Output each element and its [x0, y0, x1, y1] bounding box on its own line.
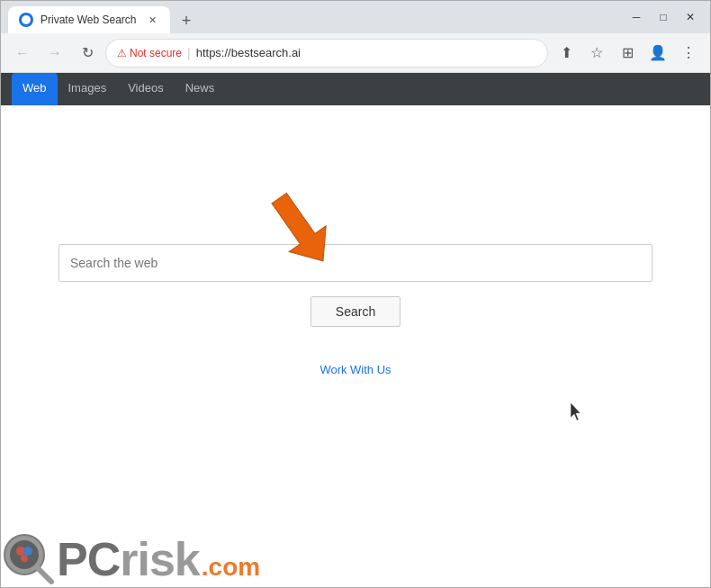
svg-point-4 — [16, 547, 25, 556]
minimize-button[interactable]: ─ — [624, 5, 649, 30]
minimize-icon: ─ — [633, 11, 641, 23]
pcrisk-logo — [1, 531, 57, 587]
active-tab[interactable]: Private Web Search ✕ — [8, 6, 170, 33]
work-with-us-link[interactable]: Work With Us — [320, 363, 391, 376]
menu-button[interactable]: ⋮ — [674, 39, 703, 68]
reload-button[interactable]: ↻ — [73, 39, 102, 68]
tab-area: Private Web Search ✕ + — [8, 1, 620, 33]
svg-point-3 — [10, 540, 39, 569]
not-secure-label: Not secure — [130, 47, 182, 59]
search-tabs-bar: Web Images Videos News — [1, 73, 710, 105]
close-icon: ✕ — [686, 11, 695, 23]
address-url: https://bestsearch.ai — [196, 46, 301, 59]
share-icon: ⬆ — [561, 44, 572, 61]
new-tab-icon: + — [182, 12, 192, 31]
nav-right-icons: ⬆ ☆ ⊞ 👤 ⋮ — [552, 39, 703, 68]
svg-marker-1 — [571, 403, 580, 421]
pcrisk-watermark: PC risk .com — [1, 531, 260, 587]
title-bar: Private Web Search ✕ + ─ □ ✕ — [1, 1, 710, 33]
svg-line-7 — [39, 569, 51, 582]
svg-point-6 — [21, 555, 28, 562]
forward-icon: → — [48, 45, 62, 61]
tab-favicon — [19, 13, 33, 27]
puzzle-icon: ⊞ — [622, 44, 634, 61]
warning-icon: ⚠ — [117, 47, 127, 59]
forward-button[interactable]: → — [40, 39, 69, 68]
tab-news[interactable]: News — [175, 73, 226, 105]
tab-videos[interactable]: Videos — [117, 73, 175, 105]
tab-close-button[interactable]: ✕ — [145, 13, 159, 27]
back-button[interactable]: ← — [8, 39, 37, 68]
pcrisk-text-block: PC risk .com — [57, 536, 260, 583]
window-controls: ─ □ ✕ — [624, 5, 703, 30]
not-secure-indicator: ⚠ Not secure — [117, 47, 182, 59]
tab-videos-label: Videos — [128, 81, 164, 95]
tab-web-label: Web — [22, 81, 47, 95]
extensions-button[interactable]: ⊞ — [613, 39, 642, 68]
address-bar[interactable]: ⚠ Not secure | https://bestsearch.ai — [105, 39, 548, 68]
dotcom-text: .com — [202, 553, 260, 582]
tab-news-label: News — [185, 81, 215, 95]
search-button-label: Search — [336, 304, 375, 319]
browser-window: Private Web Search ✕ + ─ □ ✕ ← → — [0, 0, 711, 588]
tab-favicon-inner — [22, 15, 31, 24]
search-box-container: Search Work With Us — [58, 244, 652, 376]
search-button[interactable]: Search — [310, 296, 400, 327]
back-icon: ← — [15, 45, 30, 61]
star-icon: ☆ — [590, 44, 603, 61]
reload-icon: ↻ — [82, 44, 94, 61]
tab-images-label: Images — [68, 81, 107, 95]
dots-icon: ⋮ — [681, 44, 696, 61]
svg-point-2 — [4, 535, 44, 574]
maximize-icon: □ — [660, 11, 666, 23]
risk-text: risk — [120, 536, 200, 583]
svg-point-5 — [23, 547, 32, 556]
close-button[interactable]: ✕ — [678, 5, 703, 30]
pc-text: PC — [57, 536, 120, 583]
profile-button[interactable]: 👤 — [644, 39, 672, 68]
search-input[interactable] — [58, 244, 652, 282]
maximize-button[interactable]: □ — [651, 5, 676, 30]
bookmark-button[interactable]: ☆ — [582, 39, 611, 68]
tab-title: Private Web Search — [40, 14, 137, 26]
new-tab-button[interactable]: + — [174, 8, 199, 33]
nav-bar: ← → ↻ ⚠ Not secure | https://bestsearch.… — [1, 33, 710, 73]
tab-web[interactable]: Web — [12, 73, 58, 105]
tab-images[interactable]: Images — [58, 73, 118, 105]
main-content: Search Work With Us — [1, 105, 710, 587]
person-icon: 👤 — [649, 44, 667, 61]
address-separator: | — [187, 46, 191, 60]
share-button[interactable]: ⬆ — [552, 39, 580, 68]
work-with-us-label: Work With Us — [320, 363, 391, 376]
